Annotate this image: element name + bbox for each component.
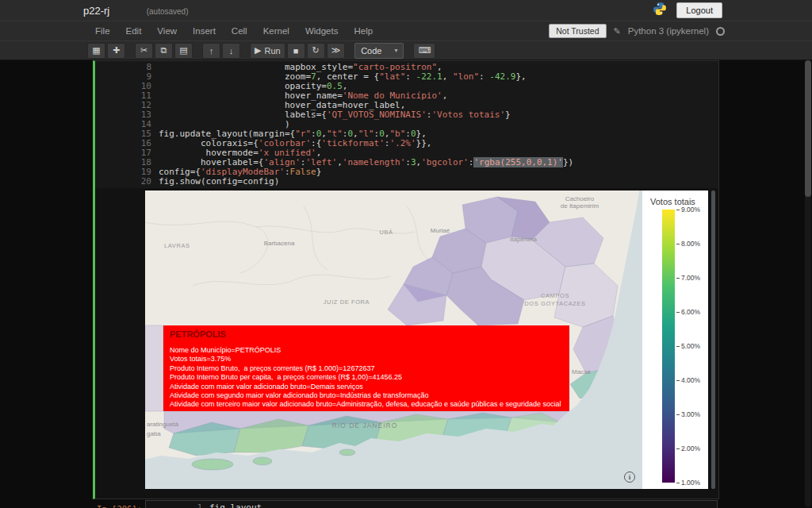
header: p22-rj (autosaved) Logout <box>0 0 812 21</box>
add-cell-button[interactable]: ✚ <box>107 43 125 59</box>
menu-insert[interactable]: Insert <box>185 23 224 39</box>
menu-items: FileEditViewInsertCellKernelWidgetsHelp <box>87 23 381 39</box>
tooltip-line: Atividade com terceiro maior valor adici… <box>170 400 563 409</box>
menu-view[interactable]: View <box>149 23 185 39</box>
menu-kernel[interactable]: Kernel <box>255 23 297 39</box>
colorbar-tick: 1.00% <box>676 479 700 486</box>
cell-input: 8 mapbox_style="carto-positron",9 zoom=7… <box>95 61 718 188</box>
page-scrollbar-thumb[interactable] <box>805 60 811 197</box>
colorbar-gradient <box>662 210 675 483</box>
colorbar-tick: 9.00% <box>676 206 700 213</box>
cell-output: Cachoeirode ItapemirimUBÁMuriaéItaperuna… <box>145 190 708 489</box>
menu-cell[interactable]: Cell <box>224 23 255 39</box>
title-area: p22-rj (autosaved) <box>83 3 189 17</box>
colorbar-tick: 6.00% <box>676 309 700 315</box>
save-button[interactable]: ▦ <box>87 43 105 59</box>
restart-run-all-button[interactable]: ≫ <box>327 43 346 59</box>
plotly-info-icon[interactable]: i <box>624 471 635 483</box>
kernel-status-icon <box>716 27 725 36</box>
code-line: 20fig.show(config=config) <box>95 177 718 187</box>
tooltip-lines: Nome do Município=PETRÓPOLISVotos totais… <box>170 346 563 410</box>
menu-file[interactable]: File <box>87 23 118 39</box>
move-down-button[interactable]: ↓ <box>222 43 240 59</box>
output-scrollbar[interactable] <box>711 190 715 489</box>
colorbar-tick: 3.00% <box>676 411 700 418</box>
move-up-button[interactable]: ↑ <box>202 43 220 59</box>
menu-widgets[interactable]: Widgets <box>297 23 347 39</box>
colorbar-tick: 7.00% <box>676 275 700 281</box>
selected-code-cell: 8 mapbox_style="carto-positron",9 zoom=7… <box>93 60 719 499</box>
tooltip-title: PETRÓPOLIS <box>170 329 563 339</box>
next-cell-row: In [206]: 1 fig_layout <box>93 500 718 508</box>
colorbar-tick: 8.00% <box>676 241 700 247</box>
in-prompt: In [206]: <box>93 500 145 508</box>
autosave-status: (autosaved) <box>147 7 189 16</box>
tooltip-line: Produto Interno Bruto per capita, a preç… <box>170 373 563 382</box>
logout-button[interactable]: Logout <box>676 2 722 18</box>
tooltip-line: Atividade com segundo maior valor adicio… <box>170 391 563 400</box>
hover-tooltip: PETRÓPOLIS Nome do Município=PETRÓPOLISV… <box>163 325 569 411</box>
menubar-right: Not Trusted ✎ Python 3 (ipykernel) <box>549 24 725 38</box>
command-palette-button[interactable]: ⌨ <box>413 43 435 59</box>
not-trusted-badge[interactable]: Not Trusted <box>549 24 606 38</box>
notebook-area: 8 mapbox_style="carto-positron",9 zoom=7… <box>0 60 812 508</box>
paste-cell-button[interactable]: ▤ <box>174 43 193 59</box>
next-cell-code: fig_layout <box>209 503 262 508</box>
python-logo-icon <box>653 2 667 19</box>
interrupt-kernel-button[interactable]: ■ <box>287 43 305 59</box>
tooltip-line: Atividade com maior valor adicionado bru… <box>170 383 563 391</box>
cell-type-select[interactable]: Code▾ <box>354 43 404 59</box>
menu-help[interactable]: Help <box>346 23 381 39</box>
code-editor[interactable]: 8 mapbox_style="carto-positron",9 zoom=7… <box>95 63 718 187</box>
jupyter-window: p22-rj (autosaved) Logout FileEditViewIn… <box>0 0 812 508</box>
menubar: FileEditViewInsertCellKernelWidgetsHelp … <box>0 21 812 40</box>
run-button[interactable]: ▶Run <box>250 43 285 59</box>
tooltip-line: Votos totais=3.75% <box>170 355 563 364</box>
restart-kernel-button[interactable]: ↻ <box>307 43 325 59</box>
colorbar-tick: 4.00% <box>676 377 700 383</box>
tooltip-line: Produto Interno Bruto, a preços corrente… <box>170 364 563 373</box>
colorbar-tick: 5.00% <box>676 343 700 349</box>
header-right: Logout <box>653 2 722 19</box>
page-scrollbar[interactable] <box>805 60 811 507</box>
kernel-name: Python 3 (ipykernel) <box>628 26 709 36</box>
colorbar-tick: 2.00% <box>676 445 700 452</box>
menu-edit[interactable]: Edit <box>118 23 150 39</box>
toolbar: ▦✚✂⧉▤↑↓▶Run■↻≫Code▾⌨ <box>0 40 812 60</box>
next-code-cell[interactable]: 1 fig_layout <box>145 500 718 508</box>
edit-mode-pencil-icon: ✎ <box>614 26 621 37</box>
colorbar: Votos totais 9.00%8.00%7.00%6.00%5.00%4.… <box>642 190 708 489</box>
notebook-title[interactable]: p22-rj <box>83 5 109 17</box>
next-cell-line-number: 1 <box>146 503 209 508</box>
cut-cell-button[interactable]: ✂ <box>135 43 153 59</box>
copy-cell-button[interactable]: ⧉ <box>155 43 173 59</box>
tooltip-line: Nome do Município=PETRÓPOLIS <box>170 346 563 355</box>
